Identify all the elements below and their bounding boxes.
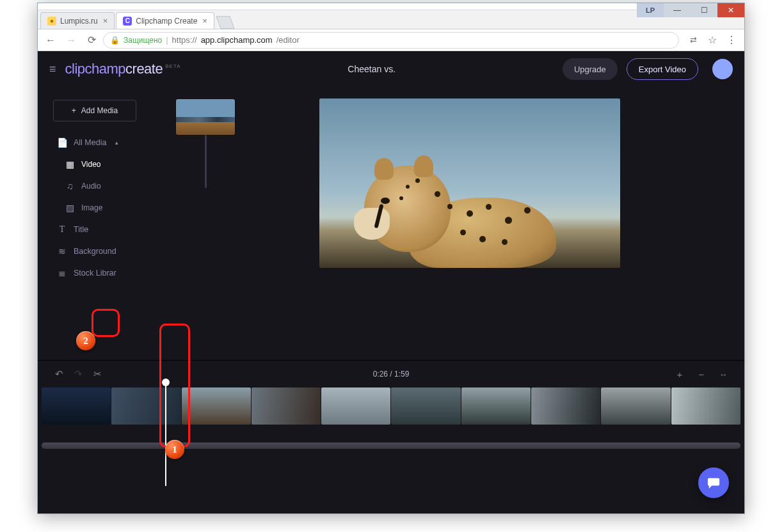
video-preview[interactable] xyxy=(319,98,620,268)
time-display: 0:26 / 1:59 xyxy=(373,370,410,379)
browser-tab-lumpics[interactable]: ● Lumpics.ru × xyxy=(40,12,115,29)
sidebar-item-label: Background xyxy=(74,247,116,256)
reload-button[interactable]: ⟳ xyxy=(83,31,100,49)
layers-icon: ≋ xyxy=(57,246,67,256)
browser-menu-icon[interactable]: ⋮ xyxy=(723,31,740,49)
timeline-clip[interactable] xyxy=(531,387,600,425)
logo[interactable]: clipchampcreate BETA xyxy=(65,61,181,77)
export-video-button[interactable]: Export Video xyxy=(627,58,698,80)
sidebar-item-video[interactable]: ▦ Video xyxy=(53,153,204,175)
sidebar-item-label: Video xyxy=(81,160,100,169)
timeline-scrollbar[interactable] xyxy=(42,442,740,449)
back-button[interactable]: ← xyxy=(42,31,60,49)
timeline: ↶ ↷ ✂ 0:26 / 1:59 + − ↔ xyxy=(38,360,744,513)
plus-icon: + xyxy=(72,106,76,115)
favicon-icon: C xyxy=(123,17,132,26)
sidebar-item-label: Image xyxy=(81,203,102,212)
url-protocol: https:// xyxy=(172,35,197,45)
avatar[interactable] xyxy=(712,59,733,79)
timeline-clip[interactable] xyxy=(42,387,111,425)
upgrade-button[interactable]: Upgrade xyxy=(563,58,618,80)
library-icon: ≣ xyxy=(57,268,67,278)
favicon-icon: ● xyxy=(47,17,56,26)
chrome-window: LP — ☐ ✕ ● Lumpics.ru × C Clipchamp Crea… xyxy=(37,3,745,514)
logo-part1: clipchamp xyxy=(65,61,126,77)
secure-label: Защищено xyxy=(124,36,162,45)
logo-part2: create xyxy=(125,61,163,77)
chat-fab[interactable] xyxy=(698,467,729,498)
bookmark-star-icon[interactable]: ☆ xyxy=(703,31,721,49)
window-controls: LP — ☐ ✕ xyxy=(637,3,744,19)
tab-label: Clipchamp Create xyxy=(136,17,197,26)
sidebar-item-stock-library[interactable]: ≣ Stock Librar xyxy=(53,262,204,284)
forward-button[interactable]: → xyxy=(62,31,80,49)
timeline-clip[interactable] xyxy=(252,387,321,425)
text-icon: T xyxy=(57,224,67,235)
sidebar-item-all-media[interactable]: 📄 All Media ▴ xyxy=(53,132,204,153)
timeline-clip[interactable] xyxy=(671,387,740,425)
zoom-controls: + − ↔ xyxy=(670,364,733,384)
tab-label: Lumpics.ru xyxy=(60,17,98,26)
tab-close-icon[interactable]: × xyxy=(202,16,207,26)
undo-button[interactable]: ↶ xyxy=(49,364,68,384)
timeline-clip[interactable] xyxy=(391,387,460,425)
document-icon: 📄 xyxy=(57,137,67,148)
sidebar-item-label: All Media xyxy=(74,138,106,147)
url-input[interactable]: 🔒 Защищено | https://app.clipchamp.com/e… xyxy=(103,32,679,49)
url-path: /editor xyxy=(276,35,300,45)
window-close-button[interactable]: ✕ xyxy=(717,3,744,17)
clipchamp-app: ≡ clipchampcreate BETA Cheetan vs. Upgra… xyxy=(38,51,744,513)
preview-area xyxy=(204,87,744,360)
sidebar-item-background[interactable]: ≋ Background xyxy=(53,240,204,262)
sidebar-item-label: Title xyxy=(74,225,88,234)
lock-icon: 🔒 xyxy=(110,36,120,45)
media-thumbnail[interactable] xyxy=(176,99,235,135)
timeline-clip[interactable] xyxy=(601,387,670,425)
redo-button[interactable]: ↷ xyxy=(68,364,88,384)
chevron-up-icon: ▴ xyxy=(115,139,118,146)
add-media-button[interactable]: + Add Media xyxy=(53,100,136,121)
zoom-fit-button[interactable]: ↔ xyxy=(714,364,733,384)
tab-close-icon[interactable]: × xyxy=(103,16,108,26)
add-media-label: Add Media xyxy=(81,106,118,115)
timeline-clip[interactable] xyxy=(182,387,251,425)
timeline-clip[interactable] xyxy=(321,387,390,425)
menu-hamburger-icon[interactable]: ≡ xyxy=(49,63,56,76)
playhead-line xyxy=(165,384,166,486)
url-host: app.clipchamp.com xyxy=(201,35,273,45)
music-note-icon: ♫ xyxy=(65,181,75,191)
zoom-out-button[interactable]: − xyxy=(692,364,711,384)
timeline-track[interactable] xyxy=(38,387,744,439)
sidebar-scrollbar[interactable] xyxy=(205,132,207,188)
window-maximize-button[interactable]: ☐ xyxy=(691,3,717,17)
scissors-icon: ✂ xyxy=(93,368,102,380)
image-icon: ▨ xyxy=(65,203,75,213)
app-header: ≡ clipchampcreate BETA Cheetan vs. Upgra… xyxy=(38,51,744,87)
new-tab-button[interactable] xyxy=(216,16,234,29)
timeline-toolbar: ↶ ↷ ✂ 0:26 / 1:59 + − ↔ xyxy=(38,361,744,387)
sidebar-item-label: Stock Librar xyxy=(74,269,116,278)
logo-beta-badge: BETA xyxy=(165,63,180,69)
cheetah-illustration xyxy=(339,146,543,268)
timeline-clip[interactable] xyxy=(461,387,531,425)
chat-icon xyxy=(707,476,721,489)
sidebar-item-label: Audio xyxy=(81,182,101,191)
user-badge[interactable]: LP xyxy=(637,3,664,17)
sidebar-item-image[interactable]: ▨ Image xyxy=(53,197,204,219)
translate-icon[interactable]: ⇄ xyxy=(684,31,702,49)
cut-button[interactable]: ✂ xyxy=(88,364,107,384)
sidebar-item-audio[interactable]: ♫ Audio xyxy=(53,175,204,197)
media-type-list: 📄 All Media ▴ ▦ Video ♫ Audio xyxy=(53,132,204,284)
sidebar-item-title[interactable]: T Title xyxy=(53,219,204,240)
zoom-in-button[interactable]: + xyxy=(670,364,689,384)
film-icon: ▦ xyxy=(65,159,75,169)
project-title[interactable]: Cheetan vs. xyxy=(190,64,554,74)
window-minimize-button[interactable]: — xyxy=(664,3,691,17)
browser-tab-clipchamp[interactable]: C Clipchamp Create × xyxy=(116,12,214,29)
timeline-clip[interactable] xyxy=(111,387,180,425)
address-bar: ← → ⟳ 🔒 Защищено | https://app.clipchamp… xyxy=(38,29,744,51)
app-body: + Add Media 📄 All Media ▴ ▦ Video xyxy=(38,87,744,360)
